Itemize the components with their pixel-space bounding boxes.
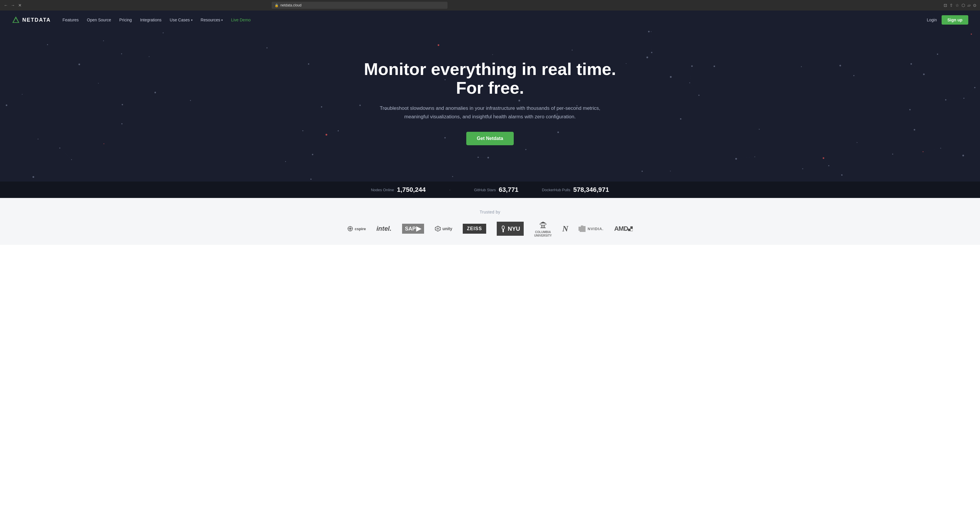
svg-rect-16 <box>583 226 585 231</box>
nodes-label: Nodes Online <box>371 188 394 192</box>
nav-pricing[interactable]: Pricing <box>119 17 132 22</box>
stars-label: GitHub Stars <box>474 188 496 192</box>
nav-resources[interactable]: Resources ▾ <box>201 17 223 22</box>
chevron-down-icon-2: ▾ <box>221 19 223 22</box>
netdata-logo-icon <box>12 16 20 24</box>
nyu-logo: NYU <box>497 222 524 236</box>
logo-text: NETDATA <box>22 17 51 23</box>
intel-text: intel. <box>377 225 391 233</box>
pulls-label: DockerHub Pulls <box>542 188 570 192</box>
bookmark-icon[interactable]: ☆ <box>955 3 959 8</box>
hero-title: Monitor everything in real time. For fre… <box>364 60 616 97</box>
columbia-text: COLUMBIAUNIVERSITY <box>534 230 552 238</box>
signup-button[interactable]: Sign up <box>942 15 968 25</box>
svg-point-9 <box>502 226 504 229</box>
nav-right: Login Sign up <box>927 15 968 25</box>
nodes-value: 1,750,244 <box>397 186 426 193</box>
unity-icon <box>434 223 441 234</box>
svg-rect-11 <box>543 225 543 228</box>
logos-row: cspire intel. SAP▶ unity ZE <box>6 221 974 236</box>
browser-chrome: ← → ✕ 🔒 netdata.cloud ⊡ ⇧ ☆ ⬡ ▱ ⊙ <box>0 0 980 11</box>
stars-value: 63,771 <box>499 186 519 193</box>
nvidia-logo: NVIDIA. <box>579 223 604 234</box>
trusted-section: Trusted by cspire intel. SAP▶ <box>0 198 980 245</box>
lock-icon: 🔒 <box>275 3 279 7</box>
nvidia-icon <box>579 223 587 234</box>
zeiss-text: ZEISS <box>463 224 486 234</box>
nav-use-cases[interactable]: Use Cases ▾ <box>170 17 192 22</box>
nav-open-source[interactable]: Open Source <box>87 17 111 22</box>
hero-title-line2: For free. <box>456 78 524 97</box>
screenshot-icon[interactable]: ⊡ <box>943 3 947 8</box>
svg-rect-13 <box>540 228 546 228</box>
logo-intel: intel. <box>377 221 391 236</box>
svg-rect-14 <box>579 227 581 231</box>
svg-rect-12 <box>544 225 545 228</box>
columbia-logo: COLUMBIAUNIVERSITY <box>534 220 552 238</box>
trusted-title: Trusted by <box>6 210 974 214</box>
logo-netflix: N <box>562 221 568 236</box>
get-netdata-button[interactable]: Get Netdata <box>466 132 514 145</box>
chevron-down-icon: ▾ <box>191 19 192 22</box>
svg-rect-10 <box>541 225 542 228</box>
login-button[interactable]: Login <box>927 17 937 22</box>
amd-icon <box>628 223 633 234</box>
nav-links: Features Open Source Pricing Integration… <box>62 17 927 22</box>
columbia-icon <box>538 220 548 230</box>
cspire-text: cspire <box>355 227 366 231</box>
split-view-icon[interactable]: ▱ <box>967 3 970 8</box>
hero-title-line1: Monitor everything in real time. <box>364 59 616 78</box>
unity-logo: unity <box>434 223 452 234</box>
site-header: NETDATA Features Open Source Pricing Int… <box>0 11 980 29</box>
profile-icon[interactable]: ⊙ <box>973 3 977 8</box>
share-icon[interactable]: ⇧ <box>950 3 953 8</box>
nav-live-demo[interactable]: Live Demo <box>231 17 251 22</box>
nvidia-text: NVIDIA. <box>588 227 604 231</box>
netflix-text: N <box>562 224 568 233</box>
stat-pulls: DockerHub Pulls 578,346,971 <box>542 186 609 193</box>
svg-rect-20 <box>630 229 633 231</box>
browser-toolbar-right: ⊡ ⇧ ☆ ⬡ ▱ ⊙ <box>943 3 977 8</box>
amd-text: AMD <box>614 225 628 233</box>
amd-logo: AMD <box>614 223 633 234</box>
logo-nvidia: NVIDIA. <box>579 221 604 236</box>
cspire-icon <box>347 223 353 234</box>
hero-section: Monitor everything in real time. For fre… <box>0 29 980 182</box>
sap-text: SAP▶ <box>402 224 424 234</box>
url-text: netdata.cloud <box>280 3 302 7</box>
svg-rect-17 <box>580 231 585 232</box>
pulls-value: 578,346,971 <box>573 186 609 193</box>
stat-stars: GitHub Stars 63,771 <box>474 186 519 193</box>
hero-subtitle: Troubleshoot slowdowns and anomalies in … <box>379 104 601 121</box>
hero-content: Monitor everything in real time. For fre… <box>364 60 616 145</box>
logo-amd: AMD <box>614 221 633 236</box>
logo-nyu: NYU <box>497 221 524 236</box>
logo-cspire: cspire <box>347 221 366 236</box>
nyu-torch-icon <box>500 223 506 234</box>
address-bar[interactable]: 🔒 netdata.cloud <box>272 2 447 9</box>
logo-columbia: COLUMBIAUNIVERSITY <box>534 221 552 236</box>
logo-zeiss: ZEISS <box>463 221 486 236</box>
stat-separator-1: · <box>449 187 450 193</box>
forward-button[interactable]: → <box>11 3 15 8</box>
logo-unity: unity <box>434 221 452 236</box>
stats-bar: Nodes Online 1,750,244 · GitHub Stars 63… <box>0 182 980 198</box>
nav-features[interactable]: Features <box>62 17 78 22</box>
logo-sap: SAP▶ <box>402 221 424 236</box>
logo-area[interactable]: NETDATA <box>12 16 51 24</box>
nav-integrations[interactable]: Integrations <box>140 17 161 22</box>
svg-rect-15 <box>581 225 583 231</box>
reload-button[interactable]: ✕ <box>18 3 22 8</box>
nyu-text: NYU <box>508 225 520 232</box>
extension-icon[interactable]: ⬡ <box>961 3 965 8</box>
stat-nodes: Nodes Online 1,750,244 <box>371 186 426 193</box>
back-button[interactable]: ← <box>3 3 8 8</box>
svg-rect-18 <box>630 227 633 229</box>
svg-rect-19 <box>628 229 630 231</box>
unity-text: unity <box>442 227 452 231</box>
